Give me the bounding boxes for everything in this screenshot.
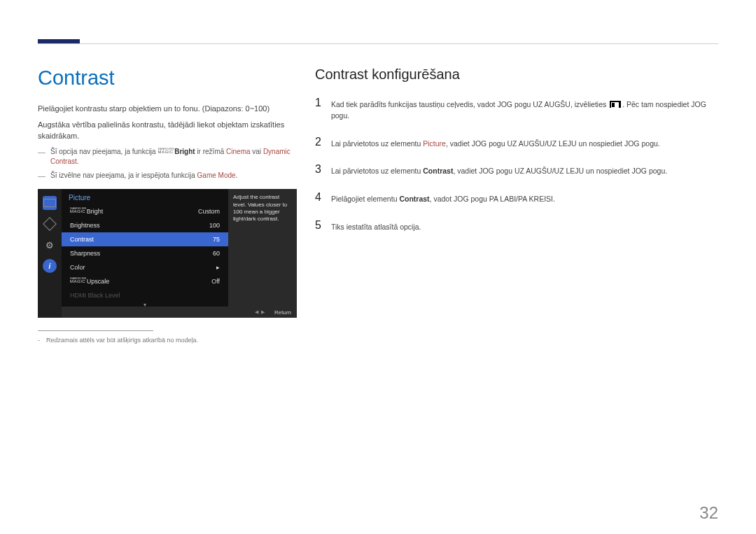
osd-row-label: Color — [70, 264, 85, 271]
left-column: Contrast Pielāgojiet kontrastu starp obj… — [38, 66, 297, 344]
note-1-or: vai — [251, 148, 263, 155]
picture-tab-icon — [43, 196, 57, 210]
contrast-keyword: Contrast — [399, 195, 429, 203]
step-number: 2 — [315, 132, 331, 160]
picture-keyword: Picture — [423, 139, 446, 148]
osd-row-value: 75 — [213, 236, 220, 243]
section-title: Contrast — [38, 66, 297, 90]
step-1: 1 Kad tiek parādīts funkcijas taustiņu c… — [315, 92, 718, 132]
footnote-text: Redzamais attēls var būt atšķirīgs atkar… — [38, 337, 297, 344]
note-2-text: Šī izvēlne nav pieejama, ja ir iespējota… — [50, 171, 197, 179]
game-mode-label: Game Mode — [197, 171, 236, 179]
osd-row-value: ▸ — [216, 264, 220, 271]
osd-row: Brightness100 — [62, 218, 228, 232]
note-1-text: Šī opcija nav pieejama, ja funkcija — [50, 148, 158, 155]
osd-row: HDMI Black Level — [62, 288, 228, 302]
osd-footer: ◀ ▶ Return — [62, 307, 297, 318]
contrast-keyword: Contrast — [423, 167, 453, 175]
osd-screenshot: ⚙ i Picture SAMSUNGMAGICBrightCustomBrig… — [38, 189, 297, 318]
intro-paragraph-2: Augstāka vērtība palielinās kontrastu, t… — [38, 120, 297, 141]
note-1-mid: ir režīmā — [195, 148, 226, 155]
gear-icon: ⚙ — [43, 238, 57, 252]
step-text: Tiks iestatīta atlasītā opcija. — [331, 215, 718, 243]
step-text: Pielāgojiet elementu Contrast, vadot JOG… — [331, 187, 718, 215]
step-number: 4 — [315, 187, 331, 215]
note-2-end: . — [236, 171, 238, 179]
menu-button-icon — [610, 101, 621, 108]
osd-main-panel: Picture SAMSUNGMAGICBrightCustomBrightne… — [62, 189, 228, 318]
note-1-end: . — [77, 157, 79, 165]
osd-row-value: Off — [211, 278, 220, 285]
osd-row-value: 100 — [209, 222, 220, 229]
osd-row-label: Contrast — [70, 236, 94, 243]
osd-row: Contrast75 — [62, 232, 228, 246]
osd-panel-title: Picture — [62, 189, 228, 204]
osd-help-text: Adjust the contrast level. Values closer… — [228, 189, 297, 318]
samsung-magic-label: SAMSUNGMAGIC — [70, 278, 87, 283]
step-2: 2 Lai pārvietotos uz elementu Picture, v… — [315, 132, 718, 160]
osd-row-value: 60 — [213, 250, 220, 257]
osd-row-label: Sharpness — [70, 250, 100, 257]
step-4: 4 Pielāgojiet elementu Contrast, vadot J… — [315, 187, 718, 215]
header-divider — [38, 43, 718, 44]
step-text: Lai pārvietotos uz elementu Picture, vad… — [331, 132, 718, 160]
bright-label: Bright — [174, 148, 195, 155]
samsung-magic-label: SAMSUNGMAGIC — [158, 148, 174, 153]
osd-row-label: HDMI Black Level — [70, 292, 120, 299]
osd-row: Color▸ — [62, 260, 228, 274]
step-3: 3 Lai pārvietotos uz elementu Contrast, … — [315, 159, 718, 187]
note-1: Šī opcija nav pieejama, ja funkcija SAMS… — [38, 147, 297, 167]
osd-row: Sharpness60 — [62, 246, 228, 260]
note-2: Šī izvēlne nav pieejama, ja ir iespējota… — [38, 171, 297, 181]
osd-row-label: SAMSUNGMAGICUpscale — [70, 278, 109, 285]
return-label: Return — [274, 309, 291, 316]
subsection-title: Contrast konfigurēšana — [315, 66, 718, 83]
osd-row-label: SAMSUNGMAGICBright — [70, 208, 103, 215]
step-number: 1 — [315, 92, 331, 132]
osd-sidebar: ⚙ i — [38, 189, 62, 318]
footnote-area: Redzamais attēls var būt atšķirīgs atkar… — [38, 330, 297, 344]
nav-arrows-icon: ◀ ▶ — [255, 309, 265, 315]
intro-paragraph-1: Pielāgojiet kontrastu starp objektiem un… — [38, 104, 297, 114]
samsung-magic-label: SAMSUNGMAGIC — [70, 208, 87, 213]
footnote-divider — [38, 330, 153, 331]
info-icon: i — [43, 259, 57, 273]
osd-row: SAMSUNGMAGICBrightCustom — [62, 204, 228, 218]
step-text: Lai pārvietotos uz elementu Contrast, va… — [331, 159, 718, 187]
right-column: Contrast konfigurēšana 1 Kad tiek parādī… — [315, 66, 718, 243]
osd-row: SAMSUNGMAGICUpscaleOff — [62, 274, 228, 288]
settings-tab-icon — [43, 217, 57, 231]
osd-row-label: Brightness — [70, 222, 100, 229]
cinema-label: Cinema — [226, 148, 250, 155]
steps-list: 1 Kad tiek parādīts funkcijas taustiņu c… — [315, 92, 718, 243]
step-number: 5 — [315, 215, 331, 243]
step-5: 5 Tiks iestatīta atlasītā opcija. — [315, 215, 718, 243]
step-number: 3 — [315, 159, 331, 187]
osd-row-value: Custom — [198, 208, 220, 215]
step-text: Kad tiek parādīts funkcijas taustiņu ceļ… — [331, 92, 718, 132]
page-number: 32 — [699, 503, 718, 523]
